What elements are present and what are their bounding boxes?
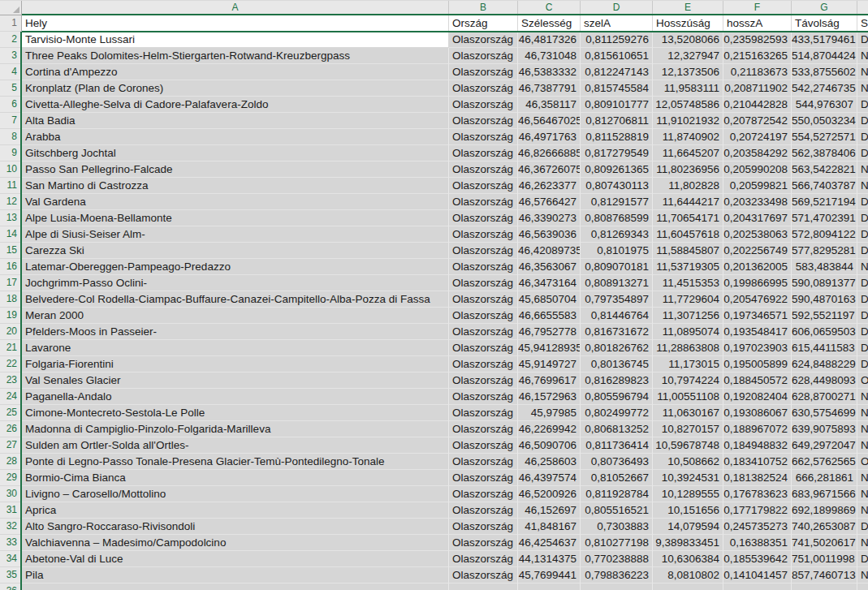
cell-C16[interactable]: 46,3563067 [518,259,581,275]
cell-E10[interactable]: 11,80236956 [653,161,723,178]
cell-D14[interactable]: 0,81269343 [581,226,653,243]
cell-C21[interactable]: 45,94128935 [518,340,581,356]
cell-F21[interactable]: 0,197023903 [723,340,792,356]
cell-H35[interactable]: N [857,567,868,584]
cell-F28[interactable]: 0,183410752 [723,454,792,470]
cell-H27[interactable]: N [857,437,868,454]
cell-A32[interactable]: Alto Sangro-Roccaraso-Rivisondoli [22,519,449,535]
cell-E3[interactable]: 12,327947 [653,48,723,64]
row-header-28[interactable]: 28 [0,454,22,470]
cell-H33[interactable]: N [857,535,868,551]
cell-G2[interactable]: 433,5179461 [792,32,857,48]
cell-E21[interactable]: 11,28863808 [653,340,723,356]
cell-F16[interactable]: 0,201362005 [723,259,792,275]
row-header-10[interactable]: 10 [0,161,22,178]
cell-A12[interactable]: Val Gardena [22,194,449,210]
cell-D10[interactable]: 0,809261365 [581,161,653,178]
cell-G7[interactable]: 550,0503234 [792,113,857,129]
row-header-3[interactable]: 3 [0,48,22,64]
cell-H5[interactable]: N [857,80,868,97]
cell-G26[interactable]: 639,9075893 [792,421,857,437]
cell-F30[interactable]: 0,176783623 [723,486,792,502]
cell-C13[interactable]: 46,3390273 [518,210,581,226]
cell-C36[interactable] [518,584,581,590]
row-header-31[interactable]: 31 [0,502,22,519]
cell-A13[interactable]: Alpe Lusia-Moena-Bellamonte [22,210,449,226]
cell-F34[interactable]: 0,185539642 [723,551,792,567]
cell-F7[interactable]: 0,207872542 [723,113,792,129]
cell-D15[interactable]: 0,8101975 [581,243,653,259]
cell-D36[interactable] [581,584,653,590]
cell-E33[interactable]: 9,389833451 [653,535,723,551]
cell-A21[interactable]: Lavarone [22,340,449,356]
row-header-22[interactable]: 22 [0,356,22,373]
cell-B31[interactable]: Olaszország [449,502,518,519]
cell-B17[interactable]: Olaszország [449,275,518,291]
cell-H21[interactable]: D [857,340,868,356]
cell-D13[interactable]: 0,808768599 [581,210,653,226]
cell-G14[interactable]: 572,8094122 [792,226,857,243]
cell-B4[interactable]: Olaszország [449,64,518,80]
cell-A10[interactable]: Passo San Pellegrino-Falcade [22,161,449,178]
row-header-9[interactable]: 9 [0,145,22,161]
cell-B19[interactable]: Olaszország [449,308,518,324]
cell-F6[interactable]: 0,210442828 [723,97,792,113]
cell-B36[interactable] [449,584,518,590]
cell-B9[interactable]: Olaszország [449,145,518,161]
cell-G12[interactable]: 569,5217194 [792,194,857,210]
cell-B8[interactable]: Olaszország [449,129,518,145]
cell-G30[interactable]: 683,9671566 [792,486,857,502]
cell-H12[interactable]: D [857,194,868,210]
row-header-27[interactable]: 27 [0,437,22,454]
cell-G27[interactable]: 649,2972047 [792,437,857,454]
row-header-11[interactable]: 11 [0,178,22,194]
row-header-33[interactable]: 33 [0,535,22,551]
row-header-25[interactable]: 25 [0,405,22,421]
cell-A35[interactable]: Pila [22,567,449,584]
cell-H15[interactable]: D [857,243,868,259]
cell-B29[interactable]: Olaszország [449,470,518,486]
cell-F36[interactable] [723,584,792,590]
cell-G35[interactable]: 857,7460713 [792,567,857,584]
cell-D30[interactable]: 0,811928784 [581,486,653,502]
cell-B1[interactable]: Ország [449,15,518,32]
cell-D20[interactable]: 0,816731672 [581,324,653,340]
cell-C29[interactable]: 46,4397574 [518,470,581,486]
row-header-15[interactable]: 15 [0,243,22,259]
cell-A4[interactable]: Cortina d'Ampezzo [22,64,449,80]
cell-B30[interactable]: Olaszország [449,486,518,502]
cell-C14[interactable]: 46,5639036 [518,226,581,243]
cell-E30[interactable]: 10,1289555 [653,486,723,502]
cell-F12[interactable]: 0,203233498 [723,194,792,210]
cell-D29[interactable]: 0,81052667 [581,470,653,486]
cell-F4[interactable]: 0,21183673 [723,64,792,80]
cell-C25[interactable]: 45,97985 [518,405,581,421]
cell-E25[interactable]: 11,0630167 [653,405,723,421]
cell-C17[interactable]: 46,3473164 [518,275,581,291]
cell-C18[interactable]: 45,6850704 [518,291,581,308]
cell-F29[interactable]: 0,181382524 [723,470,792,486]
cell-G24[interactable]: 628,8700271 [792,389,857,405]
cell-H24[interactable]: N [857,389,868,405]
cell-G3[interactable]: 514,8704424 [792,48,857,64]
cell-H1[interactable]: Sz [857,15,868,32]
cell-B34[interactable]: Olaszország [449,551,518,567]
cell-C9[interactable]: 46,82666885 [518,145,581,161]
cell-E31[interactable]: 10,151656 [653,502,723,519]
cell-F1[interactable]: hosszA [723,15,792,32]
cell-C34[interactable]: 44,1314375 [518,551,581,567]
cell-H20[interactable]: D [857,324,868,340]
row-header-17[interactable]: 17 [0,275,22,291]
cell-B20[interactable]: Olaszország [449,324,518,340]
cell-G36[interactable] [792,584,857,590]
cell-A27[interactable]: Sulden am Ortler-Solda all'Ortles- [22,437,449,454]
cell-E7[interactable]: 11,91021932 [653,113,723,129]
cell-C19[interactable]: 46,6655583 [518,308,581,324]
cell-G33[interactable]: 741,5020617 [792,535,857,551]
row-header-7[interactable]: 7 [0,113,22,129]
cell-E22[interactable]: 11,173015 [653,356,723,373]
cell-C5[interactable]: 46,7387791 [518,80,581,97]
cell-G8[interactable]: 554,5272571 [792,129,857,145]
cell-F20[interactable]: 0,193548417 [723,324,792,340]
cell-A30[interactable]: Livigno – Carosello/Mottolino [22,486,449,502]
